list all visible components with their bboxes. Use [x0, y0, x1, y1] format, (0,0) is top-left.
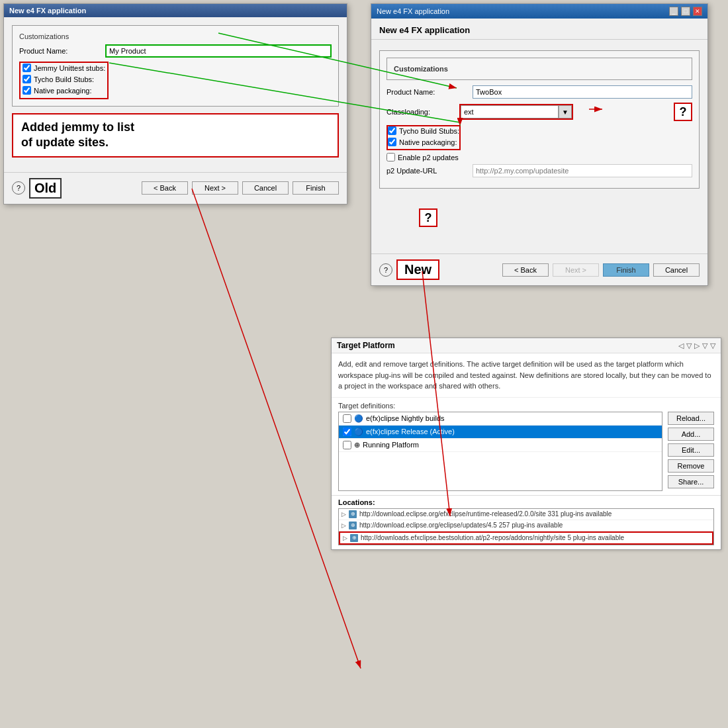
loc-arrow-2: ▷	[343, 535, 347, 541]
old-dialog-content: Customizations Product Name: Jemmy Unitt…	[4, 17, 347, 172]
target-defs-container: 🔵 e(fx)clipse Nightly builds 🔵 e(fx)clip…	[332, 412, 721, 495]
classloading-input[interactable]	[461, 105, 559, 118]
new-help-icon: ?	[384, 266, 388, 274]
new-p2-url-row: p2 Update-URL	[387, 164, 692, 177]
location-url-2: http://downloads.efxclipse.bestsolution.…	[361, 534, 624, 541]
old-dialog: New e4 FX application Customizations Pro…	[3, 3, 347, 205]
old-back-button[interactable]: < Back	[142, 181, 188, 195]
old-help-icon: ?	[17, 184, 21, 192]
new-dialog-title: New e4 FX application	[371, 19, 707, 40]
old-annotation-text: Added jemmy to listof update sites.	[21, 120, 134, 149]
location-item-1[interactable]: ▷ ⊕ http://download.eclipse.org/eclipse/…	[339, 520, 713, 531]
target-defs-label: Target definitions:	[332, 398, 721, 412]
new-dialog: New e4 FX application _ □ ✕ New e4 FX ap…	[371, 3, 708, 286]
new-back-button[interactable]: < Back	[502, 263, 549, 277]
remove-button[interactable]: Remove	[668, 459, 714, 473]
new-tycho-row: Tycho Build Stubs:	[388, 126, 459, 135]
old-next-button[interactable]: Next >	[192, 181, 238, 195]
old-native-checkbox[interactable]	[23, 86, 31, 95]
new-finish-button[interactable]: Finish	[603, 263, 649, 277]
old-jemmy-label: Jemmy Unittest stubs:	[34, 64, 105, 72]
maximize-button[interactable]: □	[681, 7, 690, 16]
new-tycho-label: Tycho Build Stubs:	[399, 127, 459, 135]
old-native-row: Native packaging:	[23, 86, 105, 95]
nav-menu-icon[interactable]: ▽	[710, 341, 715, 350]
target-def-item-release[interactable]: 🔵 e(fx)clipse Release (Active)	[339, 426, 662, 439]
old-jemmy-row: Jemmy Unittest stubs:	[23, 64, 105, 72]
old-customizations-label: Customizations	[19, 32, 332, 40]
new-enable-p2-checkbox[interactable]	[387, 153, 395, 161]
new-label: New	[396, 259, 439, 280]
minimize-button[interactable]: _	[669, 7, 678, 16]
location-url-1: http://download.eclipse.org/eclipse/upda…	[359, 522, 563, 529]
new-product-name-label: Product Name:	[387, 88, 473, 96]
close-button[interactable]: ✕	[693, 7, 702, 16]
new-dialog-titlebar: New e4 FX application _ □ ✕	[371, 4, 707, 19]
new-enable-p2-row: Enable p2 updates	[387, 153, 692, 161]
location-item-0[interactable]: ▷ ⊕ http://download.eclipse.org/efxclips…	[339, 509, 713, 520]
target-def-item-nightly[interactable]: 🔵 e(fx)clipse Nightly builds	[339, 412, 662, 426]
target-panel-title: Target Platform	[337, 341, 395, 350]
new-help-button[interactable]: ?	[379, 263, 392, 277]
target-def-running-icon: ⊕	[354, 441, 360, 449]
old-tycho-label: Tycho Build Stubs:	[34, 75, 94, 83]
new-customizations-box: Customizations Product Name: Classloadin…	[379, 50, 700, 189]
new-cancel-button[interactable]: Cancel	[653, 263, 700, 277]
old-annotation: Added jemmy to listof update sites.	[12, 113, 339, 158]
target-nav-icons: ◁ ▽ ▷ ▽ ▽	[678, 341, 715, 350]
old-tycho-checkbox[interactable]	[23, 75, 31, 83]
old-dialog-titlebar: New e4 FX application	[4, 4, 347, 17]
add-button[interactable]: Add...	[668, 428, 714, 441]
target-def-running-checkbox[interactable]	[343, 441, 351, 449]
edit-button[interactable]: Edit...	[668, 443, 714, 457]
classloading-dropdown-arrow[interactable]: ▼	[559, 105, 572, 118]
new-checkboxes-highlight: Tycho Build Stubs: Native packaging:	[387, 125, 461, 150]
nav-back-icon[interactable]: ◁	[678, 341, 684, 350]
nav-forward-icon[interactable]: ▷	[694, 341, 700, 350]
new-product-name-row: Product Name:	[387, 85, 692, 99]
new-native-row: Native packaging:	[388, 138, 459, 146]
target-def-nightly-icon: 🔵	[354, 414, 363, 423]
new-next-button[interactable]: Next >	[553, 263, 599, 277]
middle-area: ?	[379, 195, 700, 248]
target-def-item-running[interactable]: ⊕ Running Platform	[339, 439, 662, 452]
loc-arrow-1: ▷	[341, 522, 346, 529]
target-defs-list: 🔵 e(fx)clipse Nightly builds 🔵 e(fx)clip…	[338, 412, 662, 491]
window-controls: _ □ ✕	[669, 7, 702, 16]
old-finish-button[interactable]: Finish	[293, 181, 339, 195]
new-dialog-win-title: New e4 FX application	[377, 7, 449, 15]
old-help-button[interactable]: ?	[12, 181, 25, 195]
nav-down2-icon[interactable]: ▽	[702, 341, 707, 350]
new-product-name-input[interactable]	[473, 85, 692, 99]
target-def-nightly-checkbox[interactable]	[343, 414, 351, 423]
location-item-2[interactable]: ▷ ⊕ http://downloads.efxclipse.bestsolut…	[339, 531, 713, 545]
old-dialog-title: New e4 FX application	[9, 7, 86, 15]
classloading-label: Classloading:	[387, 108, 459, 116]
old-product-name-input[interactable]	[105, 44, 332, 58]
locations-label: Locations:	[332, 495, 721, 508]
old-cancel-button[interactable]: Cancel	[242, 181, 289, 195]
locations-list: ▷ ⊕ http://download.eclipse.org/efxclips…	[338, 508, 714, 545]
target-defs-buttons: Reload... Add... Edit... Remove Share...	[668, 412, 714, 491]
old-product-name-row: Product Name:	[19, 44, 332, 58]
old-tycho-row: Tycho Build Stubs:	[23, 75, 105, 83]
loc-icon-2: ⊕	[350, 534, 358, 542]
middle-question-mark[interactable]: ?	[419, 208, 437, 227]
target-def-release-checkbox[interactable]	[343, 428, 351, 436]
old-jemmy-checkbox[interactable]	[23, 64, 31, 72]
nav-down-icon[interactable]: ▽	[686, 341, 692, 350]
new-dialog-footer: ? New < Back Next > Finish Cancel	[371, 253, 707, 285]
new-native-label: Native packaging:	[399, 138, 457, 146]
target-def-release-icon: 🔵	[354, 428, 363, 436]
reload-button[interactable]: Reload...	[668, 412, 714, 425]
target-def-release-label: e(fx)clipse Release (Active)	[366, 428, 455, 435]
classloading-help-icon[interactable]: ?	[674, 103, 692, 121]
target-platform-panel: Target Platform ◁ ▽ ▷ ▽ ▽ Add, edit and …	[331, 338, 721, 550]
new-p2-url-input[interactable]	[473, 164, 692, 177]
share-button[interactable]: Share...	[668, 475, 714, 488]
classloading-select-wrapper: ▼	[459, 104, 573, 120]
new-tycho-checkbox[interactable]	[388, 126, 396, 135]
new-native-checkbox[interactable]	[388, 138, 396, 146]
old-native-label: Native packaging:	[34, 87, 91, 95]
new-dialog-content: Customizations Product Name: Classloadin…	[371, 45, 707, 253]
